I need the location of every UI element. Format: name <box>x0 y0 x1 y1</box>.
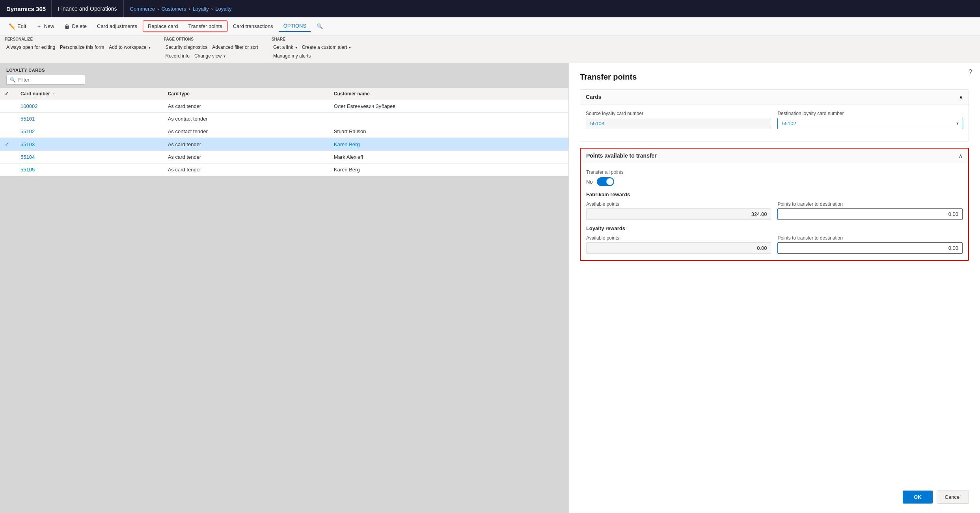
table-row[interactable]: 55104As card tenderMark Alexieff <box>0 151 568 164</box>
card-number-cell[interactable]: 55103 <box>16 138 163 151</box>
add-to-workspace-item[interactable]: Add to workspace ▾ <box>107 44 152 51</box>
advanced-filter-item[interactable]: Advanced filter or sort <box>211 44 260 51</box>
fabrikam-transfer-field: Points to transfer to destination <box>777 201 963 220</box>
card-number-link[interactable]: 55105 <box>20 167 35 173</box>
card-number-cell[interactable]: 55104 <box>16 151 163 164</box>
card-number-link[interactable]: 55101 <box>20 116 35 122</box>
chevron-down-icon-view: ▾ <box>224 54 225 58</box>
card-number-cell[interactable]: 100002 <box>16 100 163 113</box>
breadcrumb-commerce[interactable]: Commerce <box>130 6 155 12</box>
row-checkbox[interactable] <box>0 151 16 164</box>
main-content: LOYALTY CARDS 🔍 ✓ Card number ↑ <box>0 63 980 513</box>
card-number-link[interactable]: 55104 <box>20 154 35 160</box>
loyalty-cards-table: ✓ Card number ↑ Card type Customer name <box>0 88 568 176</box>
customer-name-header[interactable]: Customer name <box>329 88 568 100</box>
record-info-item[interactable]: Record info <box>164 52 191 59</box>
filter-search-icon: 🔍 <box>10 77 16 83</box>
table-header-row: ✓ Card number ↑ Card type Customer name <box>0 88 568 100</box>
card-number-cell[interactable]: 55101 <box>16 113 163 125</box>
always-open-editing-item[interactable]: Always open for editing <box>5 44 57 51</box>
customer-name-cell: Karen Berg <box>329 164 568 176</box>
action-bar: ✏️ Edit ＋ New 🗑 Delete Card adjustments … <box>0 17 980 35</box>
fabrikam-transfer-input[interactable] <box>777 208 963 220</box>
sort-indicator: ↑ <box>53 92 55 96</box>
card-number-link[interactable]: 55102 <box>20 128 35 134</box>
breadcrumb-customers[interactable]: Customers <box>161 6 186 12</box>
search-icon: 🔍 <box>317 23 323 29</box>
table-row[interactable]: 55101As contact tender <box>0 113 568 125</box>
transfer-all-toggle[interactable] <box>597 177 614 186</box>
top-navigation: Dynamics 365 Finance and Operations Comm… <box>0 0 980 17</box>
row-checkbox[interactable] <box>0 125 16 138</box>
fabrikam-available-label: Available points <box>586 201 771 207</box>
edit-button[interactable]: ✏️ Edit <box>4 21 31 32</box>
filter-input-container: 🔍 <box>6 75 85 85</box>
loyalty-available-field: Available points <box>586 235 771 254</box>
brand-fo: Finance and Operations <box>52 0 123 17</box>
cards-section: Cards ∧ Source loyalty card number 55103… <box>580 89 969 141</box>
loyalty-transfer-input[interactable] <box>777 242 963 254</box>
cancel-button[interactable]: Cancel <box>937 491 969 504</box>
security-diagnostics-item[interactable]: Security diagnostics <box>164 44 209 51</box>
delete-button[interactable]: 🗑 Delete <box>60 21 91 32</box>
table-row[interactable]: 55105As card tenderKaren Berg <box>0 164 568 176</box>
loyalty-rewards-label: Loyalty rewards <box>586 225 963 231</box>
delete-icon: 🗑 <box>64 23 70 30</box>
points-collapse-icon: ∧ <box>959 153 963 159</box>
manage-alerts-item[interactable]: Manage my alerts <box>272 52 312 59</box>
help-icon[interactable]: ? <box>969 69 972 76</box>
search-button[interactable]: 🔍 <box>312 21 328 32</box>
replace-transfer-group: Replace card Transfer points <box>143 20 227 32</box>
table-row[interactable]: 100002As card tenderОлег Евгеньевич Зуба… <box>0 100 568 113</box>
cards-section-header[interactable]: Cards ∧ <box>580 90 969 104</box>
card-type-header[interactable]: Card type <box>163 88 329 100</box>
create-alert-item[interactable]: Create a custom alert ▾ <box>300 44 353 51</box>
row-checkbox[interactable] <box>0 164 16 176</box>
customer-name-link[interactable]: Karen Berg <box>334 141 360 147</box>
destination-card-select[interactable]: 55102 ▾ <box>777 118 963 129</box>
replace-card-button[interactable]: Replace card <box>143 21 183 32</box>
get-link-item[interactable]: Get a link ▾ <box>272 44 299 51</box>
personalize-form-item[interactable]: Personalize this form <box>58 44 106 51</box>
card-transactions-button[interactable]: Card transactions <box>228 21 278 32</box>
card-adjustments-button[interactable]: Card adjustments <box>92 21 142 32</box>
row-checkbox[interactable] <box>0 100 16 113</box>
select-all-header[interactable]: ✓ <box>0 88 16 100</box>
transfer-all-label: Transfer all points <box>586 169 963 175</box>
cards-section-title: Cards <box>586 94 602 100</box>
row-checkbox[interactable]: ✓ <box>0 138 16 151</box>
options-button[interactable]: OPTIONS <box>279 20 311 32</box>
page-options-group: PAGE OPTIONS Security diagnostics Advanc… <box>164 37 260 63</box>
toggle-knob <box>606 178 613 185</box>
table-row[interactable]: ✓55103As card tenderKaren Berg <box>0 138 568 151</box>
card-number-cell[interactable]: 55105 <box>16 164 163 176</box>
chevron-down-icon-link: ▾ <box>295 45 297 50</box>
plus-icon: ＋ <box>36 23 42 30</box>
card-number-link[interactable]: 100002 <box>20 103 37 109</box>
change-view-item[interactable]: Change view ▾ <box>193 52 227 59</box>
transfer-points-title: Transfer points <box>580 72 969 82</box>
new-button[interactable]: ＋ New <box>32 20 59 32</box>
filter-input[interactable] <box>18 77 82 83</box>
brand-dynamics: Dynamics 365 <box>5 0 52 17</box>
loyalty-cards-table-container: ✓ Card number ↑ Card type Customer name <box>0 88 568 513</box>
fabrikam-transfer-label: Points to transfer to destination <box>777 201 963 207</box>
row-checkbox[interactable] <box>0 113 16 125</box>
options-menu-bar: PERSONALIZE Always open for editing Pers… <box>0 35 980 63</box>
table-row[interactable]: 55102As contact tenderStuart Railson <box>0 125 568 138</box>
loyalty-available-input <box>586 242 771 254</box>
checkmark-icon: ✓ <box>5 141 9 147</box>
ok-button[interactable]: OK <box>903 491 933 504</box>
breadcrumb-loyalty2[interactable]: Loyalty <box>215 6 231 12</box>
breadcrumb-loyalty[interactable]: Loyalty <box>193 6 209 12</box>
card-number-link[interactable]: 55103 <box>20 141 35 147</box>
edit-icon: ✏️ <box>9 23 15 30</box>
points-section-header[interactable]: Points available to transfer ∧ <box>581 149 968 163</box>
transfer-points-button[interactable]: Transfer points <box>184 21 227 32</box>
card-number-header[interactable]: Card number ↑ <box>16 88 163 100</box>
source-card-field: Source loyalty card number 55103 <box>586 111 771 129</box>
card-type-cell: As card tender <box>163 100 329 113</box>
card-number-cell[interactable]: 55102 <box>16 125 163 138</box>
toggle-no-label: No <box>586 179 593 185</box>
customer-name-cell: Mark Alexieff <box>329 151 568 164</box>
